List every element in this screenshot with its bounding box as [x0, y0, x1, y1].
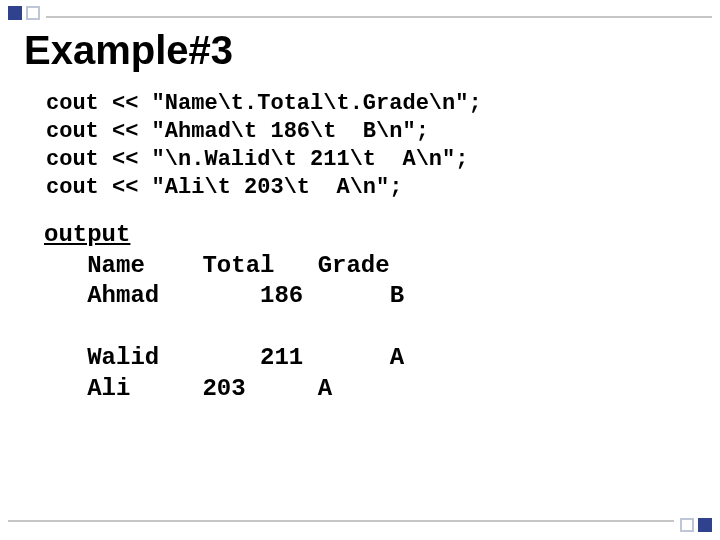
divider-top [46, 16, 712, 18]
output-line: Ahmad 186 B [44, 282, 404, 309]
output-line: Name Total Grade [44, 252, 390, 279]
code-line: cout << "Ahmad\t 186\t B\n"; [46, 119, 429, 144]
code-line: cout << "Ali\t 203\t A\n"; [46, 175, 402, 200]
code-line: cout << "\n.Walid\t 211\t A\n"; [46, 147, 468, 172]
slide-title: Example#3 [24, 28, 233, 73]
output-line: Walid 211 A [44, 344, 404, 371]
code-line: cout << "Name\t.Total\t.Grade\n"; [46, 91, 482, 116]
square-outline-icon [680, 518, 694, 532]
slide: Example#3 cout << "Name\t.Total\t.Grade\… [0, 0, 720, 540]
corner-decoration-bottom [680, 518, 712, 532]
square-filled-icon [698, 518, 712, 532]
code-block: cout << "Name\t.Total\t.Grade\n"; cout <… [46, 90, 482, 203]
corner-decoration-top [8, 6, 40, 20]
output-label: output [44, 221, 130, 248]
output-line: Ali 203 A [44, 375, 332, 402]
divider-bottom [8, 520, 674, 522]
output-block: output Name Total Grade Ahmad 186 B Wali… [44, 220, 404, 404]
square-outline-icon [26, 6, 40, 20]
square-filled-icon [8, 6, 22, 20]
